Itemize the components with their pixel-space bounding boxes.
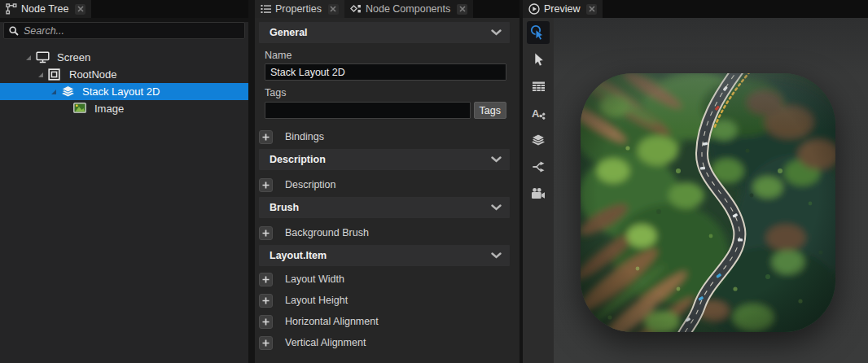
section-title: Description: [270, 154, 326, 165]
properties-tabbar: Properties Node Components: [255, 0, 519, 18]
node-tree-icon: [6, 3, 17, 15]
grid-tool-button[interactable]: [527, 75, 550, 98]
interact-tool-button[interactable]: [527, 21, 550, 44]
grid-icon: [532, 81, 546, 93]
tree-item-screen[interactable]: Screen: [0, 49, 248, 66]
property-label: Description: [285, 179, 336, 190]
add-property-button[interactable]: [259, 178, 273, 192]
property-add-row: Background Brush: [259, 225, 519, 241]
add-property-button[interactable]: [259, 294, 273, 308]
add-property-button[interactable]: [259, 315, 273, 329]
property-add-row: Layout Height: [259, 292, 519, 308]
bindings-label: Bindings: [285, 131, 324, 142]
section-header-brush[interactable]: Brush: [259, 197, 510, 218]
property-add-row: Description: [259, 177, 519, 193]
play-circle-icon: [528, 3, 540, 15]
name-field[interactable]: [265, 63, 506, 81]
chevron-down-icon: [491, 252, 502, 259]
chevron-down-icon: [491, 204, 502, 211]
preview-tabbar: Preview: [523, 0, 868, 18]
search-box: [3, 22, 245, 39]
expander-icon[interactable]: [51, 90, 56, 94]
camera-tool-button[interactable]: [527, 182, 550, 205]
property-label: Horizontal Alignment: [285, 316, 379, 327]
preview-rendered-image: [581, 73, 835, 332]
text-tool-button[interactable]: A: [527, 102, 550, 125]
tree-item-image[interactable]: Image: [0, 100, 248, 117]
add-property-button[interactable]: [259, 336, 273, 350]
section-header-layout-item[interactable]: Layout.Item: [259, 245, 510, 266]
interact-tool-icon: [530, 24, 546, 41]
tree-item-label: Screen: [57, 51, 90, 63]
properties-panel: Properties Node Components: [255, 0, 519, 363]
tags-button[interactable]: Tags: [474, 102, 506, 119]
close-icon[interactable]: [586, 4, 597, 15]
close-icon[interactable]: [457, 4, 467, 15]
tree-item-label: Stack Layout 2D: [82, 85, 160, 98]
search-input[interactable]: [24, 25, 239, 37]
add-property-button[interactable]: [259, 226, 273, 240]
tree-item-label: RootNode: [69, 68, 117, 81]
search-icon: [9, 26, 19, 36]
tree-item-label: Image: [94, 103, 124, 115]
expander-icon[interactable]: [38, 72, 43, 77]
preview-panel: Preview: [523, 0, 868, 363]
node-tree-panel: Node Tree: [0, 0, 248, 363]
tags-row: Tags: [265, 102, 506, 119]
tab-node-components[interactable]: Node Components: [344, 0, 473, 18]
property-label: Layout Width: [285, 273, 344, 285]
section-header-description[interactable]: Description: [259, 149, 510, 170]
app-window: Node Tree: [0, 0, 868, 363]
section-title: General: [270, 27, 308, 38]
expander-spacer: [64, 107, 68, 112]
property-add-row: Layout Width: [259, 271, 519, 287]
screen-icon: [36, 51, 50, 63]
add-property-button[interactable]: [259, 273, 273, 286]
video-camera-icon: [531, 187, 546, 200]
node-tree-tabbar: Node Tree: [0, 0, 248, 18]
chevron-down-icon: [491, 29, 502, 36]
image-icon: [73, 103, 87, 115]
node-tree-body: Screen RootNode: [0, 22, 248, 363]
tab-node-tree[interactable]: Node Tree: [0, 0, 91, 18]
tree-item-stack-layout-2d[interactable]: Stack Layout 2D: [0, 83, 248, 100]
layers-tool-button[interactable]: [527, 129, 550, 151]
property-label: Layout Height: [285, 295, 348, 306]
node-tree: Screen RootNode: [0, 49, 248, 117]
preview-toolbar: A: [523, 18, 554, 363]
tab-label: Properties: [275, 3, 322, 15]
property-add-row: Vertical Alignment: [259, 335, 519, 351]
expander-icon[interactable]: [26, 55, 31, 60]
property-add-row: Horizontal Alignment: [259, 313, 519, 330]
select-tool-button[interactable]: [527, 48, 550, 71]
text-nodes-icon: A: [531, 107, 546, 120]
properties-icon: [261, 4, 271, 14]
close-icon[interactable]: [75, 4, 85, 15]
tab-label: Node Components: [366, 3, 450, 15]
property-label: Background Brush: [285, 227, 369, 238]
properties-body: General Name Tags Tags Bindings Descript…: [255, 18, 519, 363]
add-binding-button[interactable]: [259, 130, 273, 144]
tab-properties[interactable]: Properties: [255, 0, 344, 18]
tree-item-rootnode[interactable]: RootNode: [0, 66, 248, 83]
svg-text:A: A: [532, 107, 540, 120]
chevron-down-icon: [491, 156, 502, 163]
branch-arrows-icon: [532, 160, 546, 173]
tab-label: Node Tree: [21, 3, 68, 15]
stack-layout-icon: [61, 85, 75, 98]
property-label: Vertical Alignment: [285, 337, 366, 348]
tab-label: Preview: [544, 3, 580, 15]
rootnode-icon: [48, 68, 62, 81]
preview-viewport[interactable]: [554, 18, 868, 363]
section-header-general[interactable]: General: [259, 22, 510, 43]
tags-field[interactable]: [265, 102, 471, 119]
section-title: Brush: [270, 202, 299, 213]
node-components-icon: [350, 4, 362, 15]
connections-tool-button[interactable]: [527, 155, 550, 178]
tab-preview[interactable]: Preview: [523, 0, 603, 18]
section-title: Layout.Item: [270, 250, 327, 261]
preview-body: A: [523, 18, 868, 363]
close-icon[interactable]: [328, 4, 339, 15]
layers-icon: [531, 133, 546, 147]
bindings-row: Bindings: [259, 129, 519, 145]
